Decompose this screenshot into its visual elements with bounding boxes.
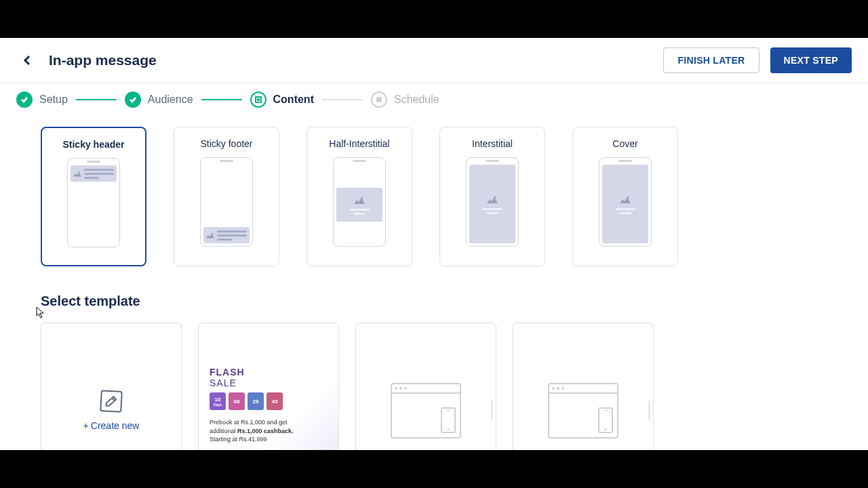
header: In-app message FINISH LATER NEXT STEP: [0, 38, 868, 83]
edit-icon: [100, 390, 123, 413]
phone-preview: [200, 157, 253, 247]
layout-interstitial[interactable]: Interstitial: [439, 127, 545, 266]
image-icon: [73, 170, 81, 177]
layout-sticky-header[interactable]: Sticky header: [41, 127, 146, 266]
pending-icon: [371, 92, 387, 108]
step-schedule[interactable]: Schedule: [371, 92, 439, 108]
svg-point-5: [627, 196, 629, 198]
finish-later-button[interactable]: FINISH LATER: [663, 47, 759, 73]
browser-preview-icon: [391, 383, 461, 439]
plus-icon: +: [83, 420, 89, 431]
check-icon: [125, 92, 141, 108]
svg-point-3: [361, 197, 363, 199]
step-content[interactable]: Content: [250, 92, 314, 108]
step-setup[interactable]: Setup: [16, 92, 68, 108]
layout-sticky-footer[interactable]: Sticky footer: [174, 127, 279, 266]
template-placeholder-1[interactable]: [355, 323, 496, 450]
phone-preview: [67, 158, 120, 247]
image-icon: [487, 195, 498, 204]
phone-preview: [333, 157, 386, 247]
template-flash-sale[interactable]: FLASHSALE 10Days 08 29 45 Prebook at Rs.…: [198, 323, 339, 450]
wizard-stepper: Setup Audience Content Schedule: [0, 83, 868, 116]
svg-point-1: [79, 171, 80, 173]
phone-preview: [466, 157, 519, 247]
select-template-heading: Select template: [41, 293, 841, 309]
step-audience[interactable]: Audience: [125, 92, 193, 108]
check-icon: [16, 92, 33, 108]
layout-half-interstitial[interactable]: Half-Interstitial: [307, 127, 412, 266]
layout-grid: Sticky header Sticky footer: [41, 127, 841, 266]
template-grid: +Create new FLASHSALE 10Days 08 29 45 Pr…: [41, 323, 841, 450]
next-step-button[interactable]: NEXT STEP: [770, 47, 852, 73]
svg-point-4: [494, 196, 496, 198]
image-icon: [354, 195, 365, 205]
browser-preview-icon: [548, 383, 618, 439]
cursor-icon: [36, 306, 45, 319]
chevron-left-icon: [22, 55, 33, 66]
phone-preview: [599, 157, 652, 247]
layout-cover[interactable]: Cover: [572, 127, 678, 266]
back-button[interactable]: [16, 49, 38, 71]
image-icon: [620, 195, 631, 204]
template-create-new[interactable]: +Create new: [41, 323, 182, 450]
svg-point-2: [212, 233, 213, 235]
page-title: In-app message: [49, 52, 157, 68]
template-placeholder-2[interactable]: [513, 323, 654, 450]
content-icon: [250, 92, 267, 108]
image-icon: [206, 232, 214, 239]
